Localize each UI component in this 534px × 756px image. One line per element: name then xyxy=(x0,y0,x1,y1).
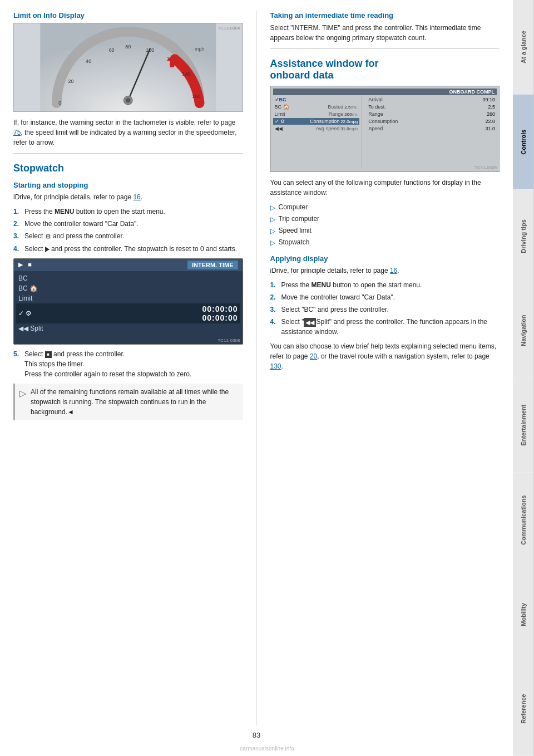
sidebar-tabs: At a glance Controls Driving tips Naviga… xyxy=(513,0,534,756)
sidebar-tab-driving-tips[interactable]: Driving tips xyxy=(513,189,534,284)
onboard-image-label: TC11-0309 xyxy=(474,165,497,170)
intermediate-heading: Taking an intermediate time reading xyxy=(270,11,500,19)
intermediate-body: Select "INTERM. TIME" and press the cont… xyxy=(270,23,500,43)
sw-time-display: 00:00:00 00:00:00 xyxy=(202,305,238,322)
onboard-right-row-arrival: Arrival 09:10 xyxy=(367,96,497,103)
sidebar-tab-mobility[interactable]: Mobility xyxy=(513,567,534,662)
apply-step-4: 4. Select "◀◀Split" and press the contro… xyxy=(270,317,500,337)
stopwatch-step5: 5. Select ■ and press the controller. Th… xyxy=(13,349,243,379)
step-5: 5. Select ■ and press the controller. Th… xyxy=(13,349,243,379)
function-speed: ▷ Speed limit xyxy=(270,225,500,236)
assistance-body: You can select any of the following comp… xyxy=(270,178,500,198)
sw-menu: BC BC 🏠 Limit ✓ ⚙ 00:00:00 00:00:00 xyxy=(14,271,243,344)
sw-item-bc2: BC 🏠 xyxy=(18,283,238,293)
speedometer-label: TC11-0304 xyxy=(217,26,240,31)
page-number: 83 xyxy=(13,725,500,745)
svg-text:0: 0 xyxy=(58,100,61,106)
onboard-row-split: ◀◀ Avg speed 31.0 mph xyxy=(273,125,360,132)
sidebar-tab-communications[interactable]: Communications xyxy=(513,473,534,567)
svg-text:mph: mph xyxy=(195,46,204,52)
stop-icon: ■ xyxy=(45,351,52,358)
onboard-row-bc2: BC 🏠 Busted 2.5 mk. xyxy=(273,104,360,110)
onboard-right-row-range: Range 260 xyxy=(367,111,497,117)
onboard-rows: ✓BC BC 🏠 Busted 2.5 mk. Limit Range xyxy=(273,96,497,169)
note-text: All of the remaining functions remain av… xyxy=(31,387,239,417)
function-computer: ▷ Computer xyxy=(270,202,500,213)
onboard-label: ONBOARD COMPL xyxy=(273,89,497,95)
sidebar-tab-controls[interactable]: Controls xyxy=(513,95,534,189)
arrow-icon: ▷ xyxy=(270,214,275,224)
step-4: 4. Select and press the controller. The … xyxy=(13,244,243,254)
stopwatch-display: ▶ ■ INTERM. TIME BC BC 🏠 Limit ✓ ⚙ xyxy=(13,258,243,345)
split-icon: ◀◀ xyxy=(304,318,316,327)
onboard-row-gear: ✓ ⚙ Consumption 22.0 mpg xyxy=(273,118,360,125)
svg-point-13 xyxy=(126,98,130,102)
apply-step-2: 2. Move the controller toward "Car Data"… xyxy=(270,292,500,302)
onboard-right-col: Arrival 09:10 To dest. 2.5 Range 260 xyxy=(364,96,497,169)
note-box: ▷ All of the remaining functions remain … xyxy=(13,384,243,420)
sw-item-split: ◀◀ Split xyxy=(18,323,238,333)
onboard-right-row-speed: Speed 31.0 xyxy=(367,125,497,132)
left-column: Limit on Info Display xyxy=(13,11,243,725)
onboard-display: ONBOARD COMPL ✓BC BC 🏠 Busted 2.5 mk. xyxy=(270,86,500,172)
apply-step-1: 1. Press the MENU button to open the sta… xyxy=(270,280,500,290)
stopwatch-heading: Stopwatch xyxy=(13,163,243,174)
column-separator xyxy=(256,11,257,725)
page-ref-20[interactable]: 20 xyxy=(310,352,317,360)
onboard-row-limit: Limit Range 260 mi. xyxy=(273,111,360,117)
sw-interm-time: INTERM. TIME xyxy=(187,261,238,269)
applying-heading: Applying display xyxy=(270,254,500,263)
speedometer-image: 0 20 40 60 80 100 120 140 160 xyxy=(13,23,243,112)
apply-step-3: 3. Select "BC" and press the controller. xyxy=(270,305,500,315)
function-list: ▷ Computer ▷ Trip computer ▷ Speed limit… xyxy=(270,202,500,248)
page-ref-130[interactable]: 130 xyxy=(270,362,281,370)
svg-text:40: 40 xyxy=(86,58,91,64)
applying-steps: 1. Press the MENU button to open the sta… xyxy=(270,280,500,337)
onboard-right-row-consumption: Consumption 22.0 xyxy=(367,118,497,125)
onboard-left-col: ✓BC BC 🏠 Busted 2.5 mk. Limit Range xyxy=(273,96,363,169)
limit-page-ref[interactable]: 75 xyxy=(13,129,21,136)
stopwatch-steps: 1. Press the MENU button to open the sta… xyxy=(13,207,243,254)
sw-item-limit: Limit xyxy=(18,293,238,303)
gear-icon: ⚙ xyxy=(45,232,51,242)
applying-footer: You can also choose to view brief help t… xyxy=(270,341,500,371)
svg-text:60: 60 xyxy=(109,47,115,53)
sw-image-label: TC11-0308 xyxy=(217,338,240,343)
step-2: 2. Move the controller toward "Car Data"… xyxy=(13,219,243,229)
play-icon xyxy=(45,247,50,252)
function-trip: ▷ Trip computer xyxy=(270,214,500,224)
limit-body: If, for instance, the warning sector in … xyxy=(13,117,243,148)
assistance-heading: Assistance window foronboard data xyxy=(270,58,500,81)
sidebar-tab-at-a-glance[interactable]: At a glance xyxy=(513,0,534,95)
sw-item-bc: BC xyxy=(18,273,238,283)
onboard-inner: ONBOARD COMPL ✓BC BC 🏠 Busted 2.5 mk. xyxy=(271,86,500,171)
onboard-right-row-todest: To dest. 2.5 xyxy=(367,104,497,110)
starting-stopping-heading: Starting and stopping xyxy=(13,181,243,189)
applying-page-16[interactable]: 16 xyxy=(390,267,397,274)
limit-heading: Limit on Info Display xyxy=(13,11,243,19)
sw-header: ▶ ■ INTERM. TIME xyxy=(14,259,243,271)
stopwatch-idrive-ref: iDrive, for principle details, refer to … xyxy=(13,192,243,202)
sidebar-tab-entertainment[interactable]: Entertainment xyxy=(513,378,534,473)
main-content: Limit on Info Display xyxy=(0,0,513,756)
step-1: 1. Press the MENU button to open the sta… xyxy=(13,207,243,217)
sw-controls: ▶ ■ xyxy=(18,261,32,268)
arrow-icon: ▷ xyxy=(270,203,275,213)
note-icon: ▷ xyxy=(19,387,26,417)
sidebar-tab-navigation[interactable]: Navigation xyxy=(513,283,534,378)
svg-text:80: 80 xyxy=(125,44,131,50)
applying-idrive-ref: iDrive, for principle details, refer to … xyxy=(270,266,500,276)
stopwatch-page-16[interactable]: 16 xyxy=(133,193,140,201)
svg-text:160: 160 xyxy=(192,94,200,99)
function-stopwatch: ▷ Stopwatch xyxy=(270,237,500,248)
right-column: Taking an intermediate time reading Sele… xyxy=(270,11,500,725)
svg-text:140: 140 xyxy=(182,71,191,77)
arrow-icon: ▷ xyxy=(270,226,275,236)
onboard-row-bc: ✓BC xyxy=(273,96,360,103)
sw-item-gear: ✓ ⚙ 00:00:00 00:00:00 xyxy=(16,303,240,323)
sidebar-tab-reference[interactable]: Reference xyxy=(513,661,534,756)
watermark: carmanualsonline.info xyxy=(240,745,294,752)
step-3: 3. Select ⚙ and press the controller. xyxy=(13,231,243,242)
arrow-icon: ▷ xyxy=(270,238,275,248)
svg-text:20: 20 xyxy=(68,78,74,84)
